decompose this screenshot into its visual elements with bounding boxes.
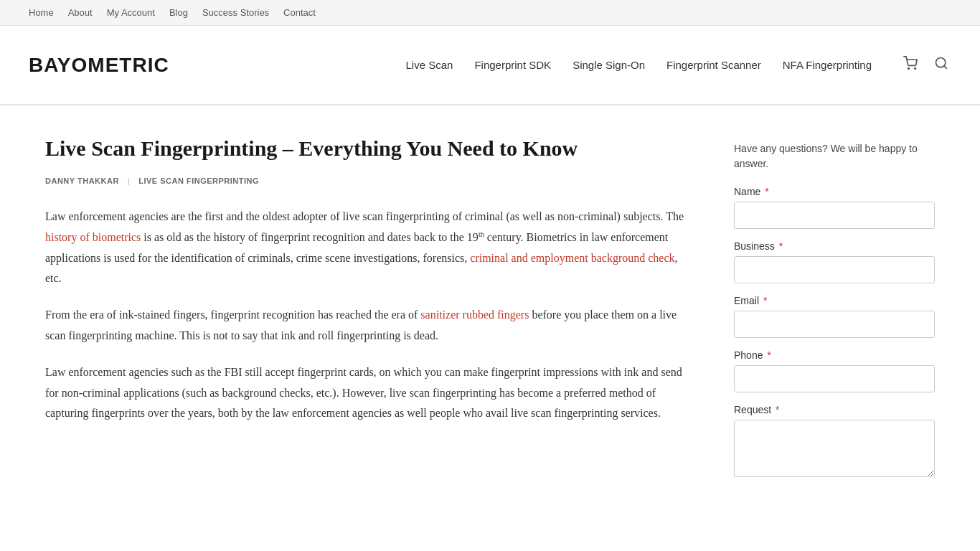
top-nav-contact[interactable]: Contact	[283, 7, 316, 18]
form-group-business: Business *	[734, 240, 935, 283]
name-label: Name *	[734, 186, 935, 197]
svg-line-3	[944, 66, 947, 69]
sanitizer-fingers-link[interactable]: sanitizer rubbed fingers	[420, 309, 529, 321]
email-required-star: *	[760, 295, 767, 306]
request-required-star: *	[773, 404, 779, 415]
background-check-link[interactable]: criminal and employment background check	[470, 252, 674, 264]
article-author[interactable]: DANNY THAKKAR	[45, 176, 119, 185]
top-nav-blog[interactable]: Blog	[169, 7, 188, 18]
article-category[interactable]: LIVE SCAN FINGERPRINTING	[138, 176, 259, 185]
phone-input[interactable]	[734, 365, 935, 392]
email-label: Email *	[734, 295, 935, 306]
article-paragraph-3: Law enforcement agencies such as the FBI…	[45, 362, 691, 424]
article-paragraph-2: From the era of ink-stained fingers, fin…	[45, 305, 691, 347]
business-input[interactable]	[734, 256, 935, 283]
email-input[interactable]	[734, 311, 935, 338]
name-input[interactable]	[734, 202, 935, 229]
name-required-star: *	[762, 186, 768, 197]
phone-required-star: *	[764, 349, 771, 361]
main-navigation: Live Scan Fingerprint SDK Single Sign-On…	[406, 55, 951, 75]
nav-fingerprint-scanner[interactable]: Fingerprint Scanner	[666, 59, 761, 71]
nav-live-scan[interactable]: Live Scan	[406, 59, 453, 71]
sidebar: Have any questions? We will be happy to …	[734, 134, 935, 491]
article-paragraph-1: Law enforcement agencies are the first a…	[45, 207, 691, 289]
nav-nfa-fingerprinting[interactable]: NFA Fingerprinting	[783, 59, 872, 71]
business-label: Business *	[734, 240, 935, 252]
top-nav-home[interactable]: Home	[29, 7, 54, 18]
cart-icon[interactable]	[900, 55, 920, 75]
form-group-name: Name *	[734, 186, 935, 229]
form-group-phone: Phone *	[734, 349, 935, 392]
nav-icon-group	[900, 55, 951, 75]
phone-label: Phone *	[734, 349, 935, 361]
request-label: Request *	[734, 404, 935, 415]
article-body: Law enforcement agencies are the first a…	[45, 207, 691, 424]
form-group-request: Request *	[734, 404, 935, 480]
site-logo[interactable]: BAYOMETRIC	[29, 54, 169, 77]
top-nav-success-stories[interactable]: Success Stories	[202, 7, 269, 18]
sidebar-form-intro: Have any questions? We will be happy to …	[734, 141, 935, 171]
top-navigation: Home About My Account Blog Success Stori…	[0, 0, 980, 26]
top-nav-my-account[interactable]: My Account	[107, 7, 155, 18]
article-title: Live Scan Fingerprinting – Everything Yo…	[45, 134, 691, 162]
top-nav-about[interactable]: About	[68, 7, 93, 18]
main-content: Live Scan Fingerprinting – Everything Yo…	[45, 134, 691, 491]
business-required-star: *	[776, 240, 783, 252]
meta-separator: |	[128, 176, 130, 185]
history-biometrics-link[interactable]: history of biometrics	[45, 231, 141, 243]
svg-point-1	[915, 68, 916, 70]
svg-point-0	[908, 68, 910, 70]
form-group-email: Email *	[734, 295, 935, 338]
search-icon[interactable]	[931, 55, 951, 75]
main-header: BAYOMETRIC Live Scan Fingerprint SDK Sin…	[0, 26, 980, 105]
nav-single-sign-on[interactable]: Single Sign-On	[573, 59, 645, 71]
nav-fingerprint-sdk[interactable]: Fingerprint SDK	[474, 59, 551, 71]
request-textarea[interactable]	[734, 420, 935, 477]
article-meta: DANNY THAKKAR | LIVE SCAN FINGERPRINTING	[45, 176, 691, 185]
page-container: Live Scan Fingerprinting – Everything Yo…	[17, 105, 963, 520]
